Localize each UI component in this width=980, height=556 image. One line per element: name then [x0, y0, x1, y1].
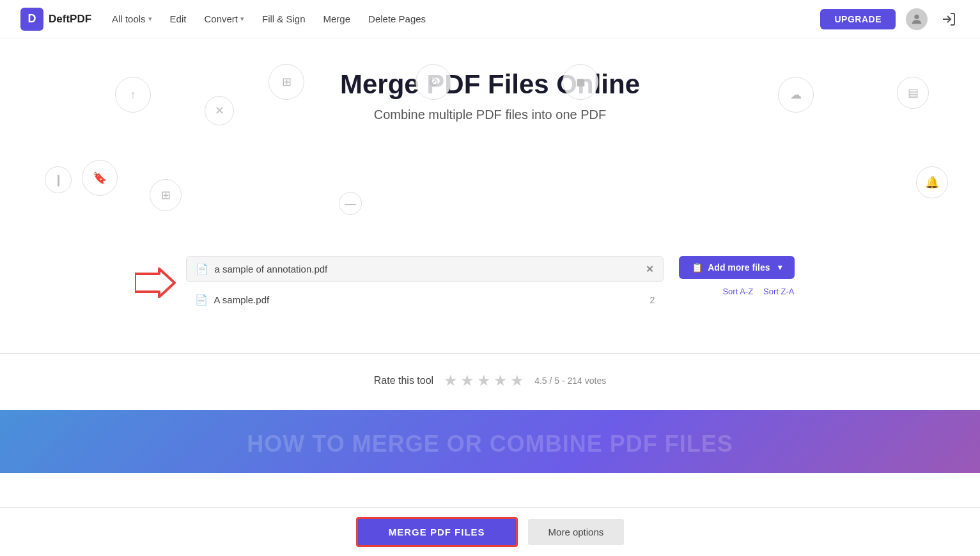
- star-1[interactable]: ★: [444, 372, 458, 390]
- sort-az-link[interactable]: Sort A-Z: [722, 287, 753, 296]
- file-name-1: a sample of annotation.pdf: [215, 264, 640, 274]
- logo-box: D: [20, 8, 43, 31]
- file-area: 📄 a sample of annotation.pdf ✕ 📄 A sampl…: [171, 256, 810, 343]
- deco-circle-4: ↑: [115, 77, 151, 113]
- avatar[interactable]: [906, 8, 928, 30]
- nav-convert[interactable]: Convert ▾: [204, 13, 244, 24]
- deco-circle-6: ✕: [205, 96, 234, 125]
- banner-ghost-title: HOW TO MERGE OR COMBINE PDF FILES: [0, 431, 980, 457]
- deco-circle-7: ❙: [45, 166, 72, 193]
- close-icon-1[interactable]: ✕: [646, 264, 654, 275]
- deco-circle-2: ⊘: [416, 64, 451, 100]
- hero-section: ⊞ ⊘ ◼ ↑ ☁ ✕ ❙ 🔖 ⊞ ▤ 🔔 — Merge PDF Files …: [0, 38, 980, 256]
- rating-label: Rate this tool: [374, 375, 433, 386]
- rating-section: Rate this tool ★ ★ ★ ★ ★ 4.5 / 5 - 214 v…: [0, 354, 980, 410]
- deco-circle-9: ⊞: [150, 179, 182, 211]
- file-row-1: 📄 a sample of annotation.pdf ✕: [186, 256, 664, 282]
- file-row-2: 📄 A sample.pdf 2: [186, 287, 664, 312]
- star-2[interactable]: ★: [460, 372, 474, 390]
- star-5[interactable]: ★: [510, 372, 524, 390]
- nav-merge[interactable]: Merge: [323, 13, 351, 24]
- arrow-indicator: [135, 267, 176, 301]
- add-files-button[interactable]: 📋 Add more files ▾: [679, 256, 794, 279]
- deco-circle-8: 🔖: [82, 160, 118, 196]
- nav-delete-pages[interactable]: Delete Pages: [368, 13, 426, 24]
- logo-letter: D: [28, 12, 36, 26]
- hero-subtitle: Combine multiple PDF files into one PDF: [0, 107, 980, 122]
- nav-fill-sign[interactable]: Fill & Sign: [262, 13, 306, 24]
- deco-circle-10: ▤: [897, 77, 929, 109]
- svg-marker-2: [135, 269, 175, 297]
- deco-circle-5: ☁: [778, 77, 814, 113]
- file-icon-1: 📄: [196, 263, 208, 275]
- svg-point-0: [914, 14, 919, 19]
- logo-link[interactable]: D DeftPDF: [20, 8, 91, 31]
- deco-circle-3: ◼: [563, 64, 598, 100]
- nav-links: All tools ▾ Edit Convert ▾ Fill & Sign M…: [112, 13, 800, 24]
- file-name-2: A sample.pdf: [214, 294, 644, 305]
- sort-links: Sort A-Z Sort Z-A: [722, 287, 794, 296]
- file-pages-2: 2: [649, 295, 655, 305]
- bottom-banner: HOW TO MERGE OR COMBINE PDF FILES: [0, 410, 980, 473]
- chevron-down-icon-convert: ▾: [240, 15, 244, 23]
- deco-circle-1: ⊞: [268, 64, 304, 100]
- stars[interactable]: ★ ★ ★ ★ ★: [444, 372, 524, 390]
- sort-za-link[interactable]: Sort Z-A: [763, 287, 794, 296]
- dropdown-caret-icon: ▾: [778, 263, 782, 272]
- logo-text: DeftPDF: [49, 13, 91, 26]
- navbar: D DeftPDF All tools ▾ Edit Convert ▾ Fil…: [0, 0, 980, 38]
- star-3[interactable]: ★: [477, 372, 491, 390]
- user-icon: [910, 12, 924, 26]
- nav-all-tools[interactable]: All tools ▾: [112, 13, 152, 24]
- add-icon: 📋: [692, 262, 703, 273]
- rating-count: 4.5 / 5 - 214 votes: [534, 376, 606, 386]
- star-4[interactable]: ★: [494, 372, 508, 390]
- file-list: 📄 a sample of annotation.pdf ✕ 📄 A sampl…: [186, 256, 664, 317]
- file-actions: 📋 Add more files ▾ Sort A-Z Sort Z-A: [679, 256, 794, 296]
- deco-circle-12: —: [339, 192, 362, 215]
- nav-edit[interactable]: Edit: [170, 13, 187, 24]
- login-icon[interactable]: [938, 8, 960, 30]
- nav-right: UPGRADE: [820, 8, 960, 30]
- deco-circle-11: 🔔: [916, 166, 948, 198]
- file-icon-2: 📄: [195, 294, 208, 306]
- chevron-down-icon: ▾: [148, 15, 152, 23]
- upgrade-button[interactable]: UPGRADE: [820, 9, 896, 29]
